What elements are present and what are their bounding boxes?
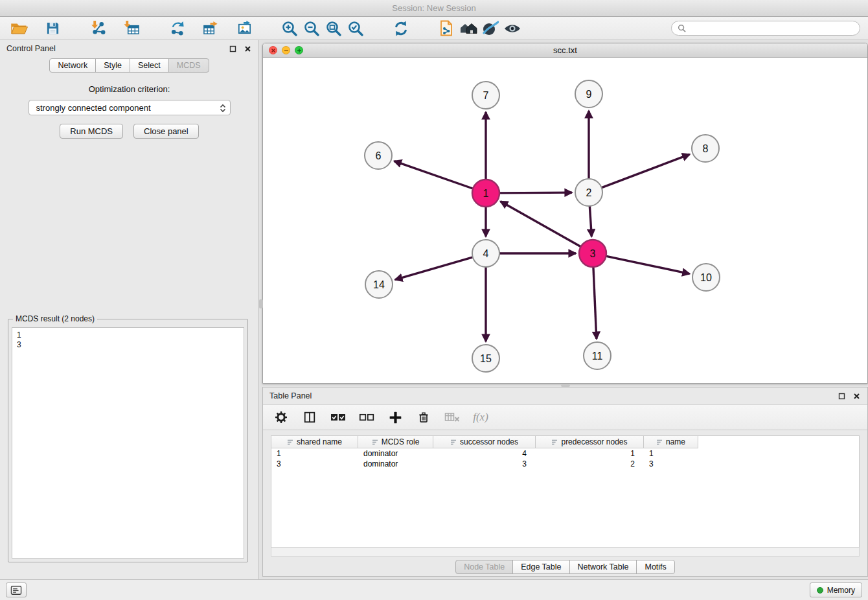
table-cell[interactable]: 1 <box>271 448 358 459</box>
mcds-result-list[interactable]: 13 <box>12 327 244 559</box>
delete-table-button[interactable] <box>444 410 460 425</box>
graph-node-8[interactable]: 8 <box>692 135 719 162</box>
document-share-button[interactable] <box>435 19 457 38</box>
graph-node-3[interactable]: 3 <box>579 240 606 267</box>
minimize-window-button[interactable] <box>282 46 290 54</box>
export-table-button[interactable] <box>200 19 222 38</box>
tab-network-table[interactable]: Network Table <box>569 560 637 574</box>
close-mcds-panel-button[interactable]: Close panel <box>133 124 199 139</box>
control-panel-tabs: NetworkStyleSelectMCDS <box>0 57 258 73</box>
table-cell[interactable]: 3 <box>433 459 536 469</box>
table-cell[interactable]: dominator <box>358 459 433 469</box>
network-canvas[interactable]: 7968124314101511 <box>263 58 867 383</box>
delete-column-button[interactable] <box>416 410 431 425</box>
graph-node-7[interactable]: 7 <box>472 82 499 109</box>
graph-node-4[interactable]: 4 <box>472 240 499 267</box>
export-network-button[interactable] <box>166 19 188 38</box>
select-all-rows-button[interactable] <box>330 410 346 425</box>
zoom-fit-button[interactable] <box>323 19 345 38</box>
table-cell[interactable]: 1 <box>536 448 644 459</box>
graph-edge-3-1[interactable] <box>501 202 582 248</box>
column-header-shared-name[interactable]: shared name <box>271 436 358 448</box>
tab-mcds[interactable]: MCDS <box>168 58 209 73</box>
deselect-all-rows-button[interactable] <box>359 410 374 425</box>
visibility-button[interactable] <box>501 19 523 38</box>
criterion-dropdown[interactable]: strongly connected component <box>29 100 231 115</box>
graph-node-label: 11 <box>592 351 603 362</box>
graph-edge-1-2[interactable] <box>498 192 572 193</box>
graph-node-9[interactable]: 9 <box>575 80 602 108</box>
import-network-button[interactable] <box>87 19 109 38</box>
zoom-in-button[interactable] <box>279 19 301 38</box>
add-column-button[interactable] <box>387 410 403 425</box>
column-header-MCDS-role[interactable]: MCDS role <box>358 436 433 448</box>
tab-node-table[interactable]: Node Table <box>455 560 513 574</box>
table-cell[interactable]: 3 <box>271 459 358 469</box>
graph-edge-3-10[interactable] <box>605 256 690 274</box>
table-settings-button[interactable] <box>273 410 289 425</box>
mcds-result-value: 3 <box>17 340 239 350</box>
open-session-button[interactable] <box>8 19 30 38</box>
table-cell[interactable]: 3 <box>644 459 698 469</box>
node-table[interactable]: shared nameMCDS rolesuccessor nodesprede… <box>271 435 860 548</box>
window-title: Session: New Session <box>392 3 475 13</box>
network-window-titlebar[interactable]: scc.txt <box>263 43 867 58</box>
apply-layout-button[interactable] <box>390 19 412 38</box>
column-header-successor-nodes[interactable]: successor nodes <box>433 436 536 448</box>
show-columns-button[interactable] <box>302 410 317 425</box>
close-table-panel-button[interactable] <box>852 391 861 400</box>
table-row[interactable]: 3dominator323 <box>271 459 859 469</box>
graph-node-14[interactable]: 14 <box>365 271 393 298</box>
tab-style[interactable]: Style <box>95 58 130 73</box>
apply-function-button[interactable]: f(x) <box>473 410 488 425</box>
network-home-button[interactable] <box>457 19 479 38</box>
table-cell[interactable]: 4 <box>433 448 536 459</box>
memory-button[interactable]: Memory <box>810 583 862 597</box>
graph-node-6[interactable]: 6 <box>365 142 392 169</box>
tab-motifs[interactable]: Motifs <box>636 560 674 574</box>
right-pane: scc.txt 7968124314101511 <box>259 40 868 579</box>
table-cell[interactable]: 1 <box>644 448 698 459</box>
run-mcds-button[interactable]: Run MCDS <box>60 124 123 139</box>
table-cell[interactable]: 2 <box>536 459 644 469</box>
column-header-name[interactable]: name <box>644 436 698 448</box>
task-history-button[interactable] <box>6 583 27 597</box>
graph-edge-3-11[interactable] <box>593 266 597 339</box>
graph-node-label: 1 <box>483 188 489 199</box>
style-brush-button[interactable] <box>479 19 501 38</box>
column-header-predecessor-nodes[interactable]: predecessor nodes <box>536 436 644 448</box>
table-horizontal-scrollbar[interactable] <box>271 548 860 557</box>
tab-edge-table[interactable]: Edge Table <box>512 560 569 574</box>
export-network-icon <box>169 20 185 36</box>
tab-select[interactable]: Select <box>130 58 169 73</box>
save-session-button[interactable] <box>41 19 63 38</box>
search-input[interactable] <box>689 24 854 33</box>
zoom-out-button[interactable] <box>301 19 323 38</box>
delete-table-icon <box>444 411 460 424</box>
import-table-button[interactable] <box>120 19 143 38</box>
export-image-button[interactable] <box>233 19 255 38</box>
float-table-panel-button[interactable] <box>837 391 846 400</box>
table-row[interactable]: 1dominator411 <box>271 448 859 459</box>
graph-node-2[interactable]: 2 <box>575 179 602 206</box>
graph-edge-2-8[interactable] <box>600 154 690 188</box>
graph-edge-4-14[interactable] <box>395 257 474 279</box>
graph-edge-1-6[interactable] <box>394 161 475 189</box>
graph-node-1[interactable]: 1 <box>472 179 499 207</box>
table-cell[interactable]: dominator <box>358 448 433 459</box>
zoom-selected-button[interactable] <box>345 19 367 38</box>
graph-node-11[interactable]: 11 <box>584 342 611 369</box>
horizontal-splitter-handle[interactable] <box>561 384 570 387</box>
graph-node-15[interactable]: 15 <box>472 345 499 372</box>
import-table-icon <box>124 20 140 36</box>
mcds-result-groupbox: MCDS result (2 nodes) 13 <box>8 319 248 562</box>
float-panel-button[interactable] <box>228 44 237 53</box>
maximize-icon <box>297 48 302 53</box>
maximize-window-button[interactable] <box>295 46 303 54</box>
tab-network[interactable]: Network <box>49 58 96 73</box>
vertical-splitter-handle[interactable] <box>259 299 263 308</box>
graph-edge-2-3[interactable] <box>589 205 591 237</box>
close-window-button[interactable] <box>269 46 277 54</box>
graph-node-10[interactable]: 10 <box>692 264 720 291</box>
close-panel-button[interactable] <box>243 44 252 53</box>
